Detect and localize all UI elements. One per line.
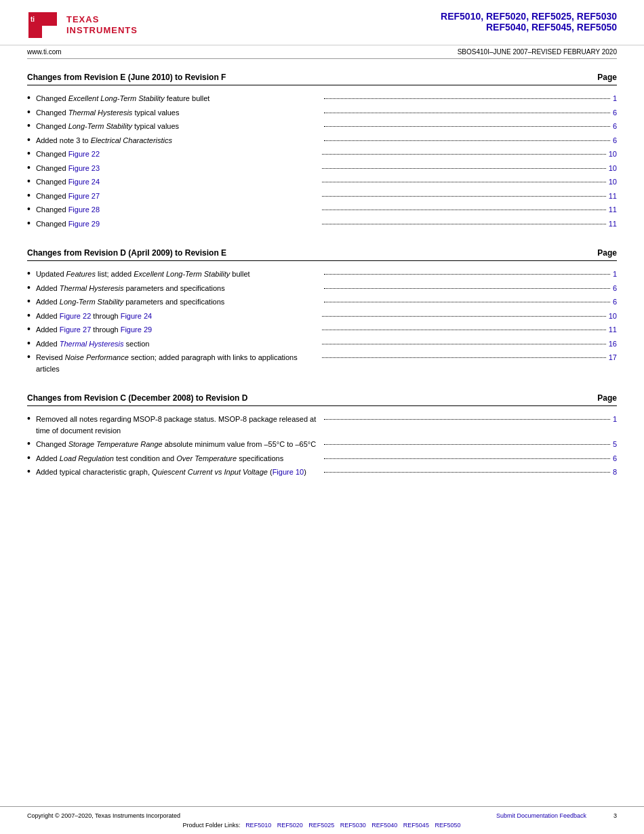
page-number[interactable]: 11: [609, 191, 617, 202]
list-item: • Added typical characteristic graph, Qu…: [27, 466, 617, 478]
page-number[interactable]: 8: [613, 466, 617, 478]
dot-leader: [322, 357, 605, 358]
page-number[interactable]: 6: [613, 107, 617, 119]
change-text: Updated Features list; added Excellent L…: [36, 269, 617, 280]
page-number[interactable]: 10: [609, 311, 617, 322]
change-text-inner: Added Load Regulation test condition and…: [36, 453, 321, 464]
list-item: • Changed Long-Term Stability typical va…: [27, 120, 617, 132]
list-item: • Changed Figure 22 10: [27, 148, 617, 160]
page-number[interactable]: 1: [613, 269, 617, 280]
change-text: Changed Excellent Long-Term Stability fe…: [36, 93, 617, 104]
page-number[interactable]: 11: [609, 218, 617, 230]
page-number[interactable]: 10: [609, 163, 617, 174]
change-text: Added Thermal Hysteresis parameters and …: [36, 283, 617, 294]
page-number[interactable]: 10: [609, 148, 617, 160]
footer-ref5020-link[interactable]: REF5020: [277, 822, 303, 829]
figure-link[interactable]: Figure 28: [68, 205, 100, 214]
page-number[interactable]: 6: [613, 283, 617, 294]
dot-leader: [324, 444, 609, 445]
figure-link[interactable]: Figure 24: [121, 312, 152, 320]
page-number[interactable]: 6: [613, 453, 617, 464]
list-item: • Added Thermal Hysteresis parameters an…: [27, 282, 617, 294]
bullet-icon: •: [27, 148, 31, 158]
footer-ref5050-link[interactable]: REF5050: [435, 822, 460, 829]
sub-header: www.ti.com SBOS410I–JUNE 2007–REVISED FE…: [0, 45, 644, 56]
bullet-icon: •: [27, 414, 31, 423]
change-text-inner: Added Long-Term Stability parameters and…: [36, 296, 321, 308]
page-number[interactable]: 1: [613, 93, 617, 104]
dot-leader: [324, 288, 609, 289]
section-header-rev-d-to-e: Changes from Revision D (April 2009) to …: [27, 248, 617, 261]
figure-link[interactable]: Figure 22: [68, 150, 100, 158]
section-rev-d-to-e: Changes from Revision D (April 2009) to …: [27, 248, 617, 374]
submit-feedback-link[interactable]: Submit Documentation Feedback: [496, 812, 586, 819]
bullet-icon: •: [27, 191, 31, 200]
change-text-inner: Changed Thermal Hysteresis typical value…: [36, 107, 321, 119]
change-text: Changed Thermal Hysteresis typical value…: [36, 107, 617, 119]
figure-link[interactable]: Figure 23: [68, 164, 100, 172]
footer-ref5030-link[interactable]: REF5030: [340, 822, 366, 829]
logo-area: ti TEXAS INSTRUMENTS: [27, 11, 138, 39]
list-item: • Updated Features list; added Excellent…: [27, 268, 617, 280]
figure-link[interactable]: Figure 22: [60, 312, 91, 320]
change-text-inner: Changed Storage Temperature Range absolu…: [36, 439, 321, 450]
figure-link[interactable]: Figure 27: [68, 192, 100, 200]
page-number[interactable]: 17: [609, 352, 617, 363]
page-number[interactable]: 6: [613, 121, 617, 132]
product-folder-label: Product Folder Links:: [183, 822, 241, 829]
change-text-inner: Changed Long-Term Stability typical valu…: [36, 121, 321, 132]
section-rev-c-to-d: Changes from Revision C (December 2008) …: [27, 393, 617, 478]
change-text: Added Figure 27 through Figure 29 11: [36, 324, 617, 336]
change-text-inner: Added Figure 27 through Figure 29: [36, 324, 319, 336]
page-number[interactable]: 11: [609, 324, 617, 336]
change-text-inner: Added Figure 22 through Figure 24: [36, 311, 319, 322]
bullet-icon: •: [27, 453, 31, 462]
page-number[interactable]: 6: [613, 135, 617, 146]
figure-link[interactable]: Figure 29: [68, 220, 100, 228]
product-title-line1: REF5010, REF5020, REF5025, REF5030: [441, 11, 617, 22]
section-title-rev-c-to-d: Changes from Revision C (December 2008) …: [27, 393, 247, 403]
dot-leader: [324, 274, 609, 275]
list-item: • Added Load Regulation test condition a…: [27, 452, 617, 464]
change-text: Changed Figure 23 10: [36, 163, 617, 174]
change-text: Changed Figure 28 11: [36, 204, 617, 216]
bullet-icon: •: [27, 296, 31, 306]
bullet-icon: •: [27, 163, 31, 172]
page-number[interactable]: 11: [609, 204, 617, 216]
figure-link[interactable]: Figure 27: [60, 325, 91, 334]
change-text: Added typical characteristic graph, Quie…: [36, 466, 617, 478]
section-page-label-1: Page: [597, 73, 617, 82]
page-number[interactable]: 5: [613, 439, 617, 450]
page-number[interactable]: 6: [613, 296, 617, 308]
list-item: • Changed Excellent Long-Term Stability …: [27, 92, 617, 104]
footer-ref5025-link[interactable]: REF5025: [308, 822, 334, 829]
change-text: Changed Long-Term Stability typical valu…: [36, 121, 617, 132]
page-number[interactable]: 1: [613, 414, 617, 425]
bullet-icon: •: [27, 311, 31, 320]
change-text-inner: Changed Figure 24: [36, 176, 319, 188]
list-item: • Added Figure 22 through Figure 24 10: [27, 310, 617, 322]
footer-ref5045-link[interactable]: REF5045: [403, 822, 429, 829]
page-footer: Copyright © 2007–2020, Texas Instruments…: [0, 806, 644, 834]
figure-link[interactable]: Figure 29: [121, 325, 152, 334]
footer-ref5040-link[interactable]: REF5040: [371, 822, 397, 829]
figure10-link[interactable]: Figure 10: [273, 468, 304, 476]
page-number[interactable]: 10: [609, 176, 617, 188]
change-text: Added note 3 to Electrical Characteristi…: [36, 135, 617, 146]
change-text-inner: Changed Excellent Long-Term Stability fe…: [36, 93, 321, 104]
thermal-hysteresis-link[interactable]: Thermal Hysteresis: [60, 340, 124, 348]
change-text-inner: Added typical characteristic graph, Quie…: [36, 466, 321, 478]
page-number[interactable]: 16: [609, 338, 617, 350]
section-header-rev-e-to-f: Changes from Revision E (June 2010) to R…: [27, 73, 617, 85]
section-page-label-2: Page: [597, 248, 617, 258]
dot-leader: [322, 182, 605, 182]
bullet-icon: •: [27, 352, 31, 361]
dot-leader: [324, 113, 609, 113]
dot-leader: [324, 472, 609, 473]
figure-link[interactable]: Figure 24: [68, 178, 100, 186]
footer-ref5010-link[interactable]: REF5010: [245, 822, 271, 829]
bullet-icon: •: [27, 204, 31, 214]
change-text-inner: Changed Figure 28: [36, 204, 319, 216]
list-item: • Revised Noise Performance section; add…: [27, 351, 617, 374]
change-text: Added Thermal Hysteresis section 16: [36, 338, 617, 350]
